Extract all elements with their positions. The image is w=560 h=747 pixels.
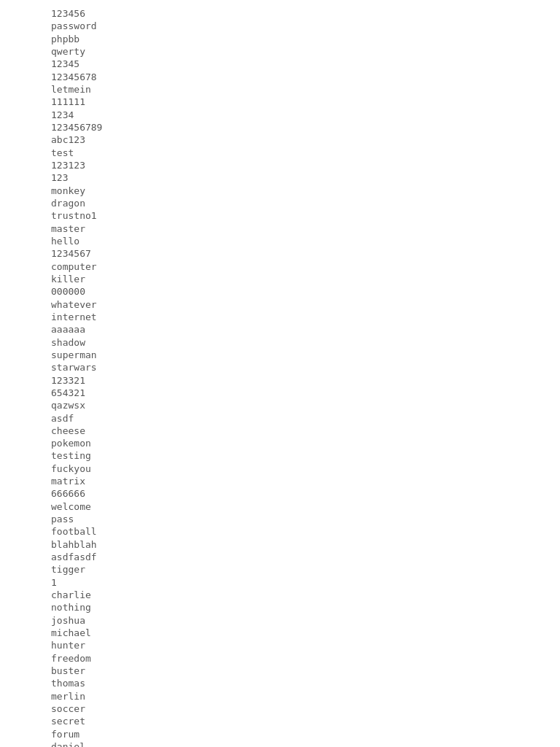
list-item: hello bbox=[51, 235, 509, 247]
list-item: shadow bbox=[51, 336, 509, 349]
list-item: freedom bbox=[51, 652, 509, 665]
password-list: 123456passwordphpbbqwerty1234512345678le… bbox=[51, 7, 509, 747]
list-item: 666666 bbox=[51, 487, 509, 500]
list-item: 123123 bbox=[51, 159, 509, 171]
list-item: master bbox=[51, 222, 509, 235]
list-item: welcome bbox=[51, 500, 509, 513]
list-item: 123 bbox=[51, 171, 509, 184]
list-item: test bbox=[51, 147, 509, 159]
list-item: monkey bbox=[51, 185, 509, 197]
list-item: internet bbox=[51, 311, 509, 323]
list-item: matrix bbox=[51, 475, 509, 487]
list-item: pokemon bbox=[51, 437, 509, 449]
list-item: thomas bbox=[51, 677, 509, 689]
list-item: 654321 bbox=[51, 387, 509, 399]
list-item: buster bbox=[51, 665, 509, 677]
list-item: letmein bbox=[51, 83, 509, 96]
list-item: superman bbox=[51, 349, 509, 361]
list-item: password bbox=[51, 20, 509, 32]
list-item: 123456789 bbox=[51, 121, 509, 133]
list-item: asdfasdf bbox=[51, 551, 509, 563]
list-item: 1234567 bbox=[51, 247, 509, 260]
list-item: starwars bbox=[51, 361, 509, 374]
list-item: 123456 bbox=[51, 7, 509, 20]
list-item: football bbox=[51, 525, 509, 538]
list-item: charlie bbox=[51, 589, 509, 601]
list-item: phpbb bbox=[51, 33, 509, 45]
list-item: 12345678 bbox=[51, 71, 509, 83]
list-item: hunter bbox=[51, 639, 509, 651]
list-item: joshua bbox=[51, 614, 509, 627]
list-item: whatever bbox=[51, 298, 509, 311]
list-item: soccer bbox=[51, 703, 509, 715]
list-item: cheese bbox=[51, 425, 509, 437]
list-item: 123321 bbox=[51, 374, 509, 387]
list-item: 000000 bbox=[51, 285, 509, 298]
list-item: forum bbox=[51, 728, 509, 740]
list-item: trustno1 bbox=[51, 209, 509, 222]
list-item: secret bbox=[51, 715, 509, 727]
list-item: 12345 bbox=[51, 58, 509, 70]
list-item: michael bbox=[51, 627, 509, 639]
list-item: fuckyou bbox=[51, 462, 509, 475]
list-item: abc123 bbox=[51, 133, 509, 146]
list-item: pass bbox=[51, 513, 509, 525]
list-item: daniel bbox=[51, 740, 509, 747]
list-item: qazwsx bbox=[51, 399, 509, 411]
list-item: dragon bbox=[51, 197, 509, 209]
list-item: merlin bbox=[51, 690, 509, 703]
list-item: asdf bbox=[51, 412, 509, 425]
list-item: tigger bbox=[51, 563, 509, 576]
list-item: aaaaaa bbox=[51, 323, 509, 336]
list-item: qwerty bbox=[51, 45, 509, 58]
list-item: 1234 bbox=[51, 109, 509, 121]
list-item: 111111 bbox=[51, 96, 509, 108]
list-item: 1 bbox=[51, 576, 509, 589]
list-item: computer bbox=[51, 260, 509, 273]
list-item: nothing bbox=[51, 601, 509, 614]
list-item: killer bbox=[51, 273, 509, 285]
list-item: blahblah bbox=[51, 538, 509, 551]
list-item: testing bbox=[51, 449, 509, 462]
